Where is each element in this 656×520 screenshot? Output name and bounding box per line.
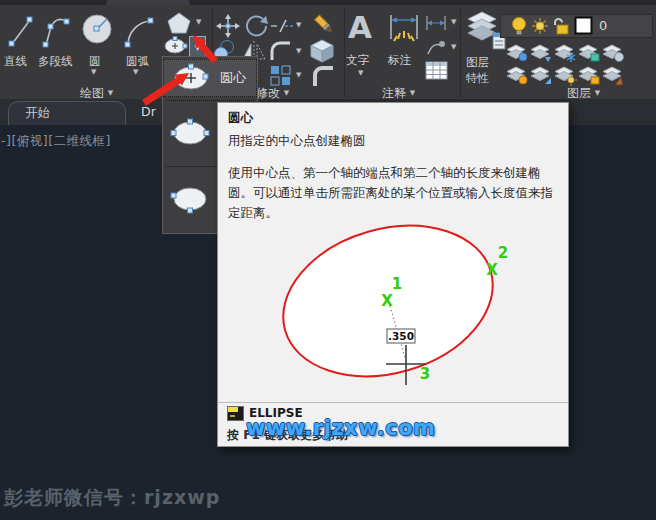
annotate-panel-caret: ▼: [410, 89, 415, 97]
tool-label-circle[interactable]: 圆: [89, 54, 101, 69]
erase-icon[interactable]: [311, 13, 339, 39]
footer-wechat-text: 彭老师微信号：rjzxwp: [4, 485, 220, 511]
drawing-tab[interactable]: Dr: [141, 104, 156, 119]
diagram-ellipse: [265, 202, 510, 399]
circle-dropdown-caret[interactable]: ▼: [91, 68, 96, 76]
linear-dim-icon[interactable]: [425, 15, 447, 31]
menu-item-label: 圆心: [220, 69, 246, 87]
draw-panel-caret: ▼: [108, 89, 113, 97]
layer-color-swatch[interactable]: [574, 16, 593, 35]
layer-props-label-1[interactable]: 图层: [466, 55, 489, 70]
table-icon[interactable]: [425, 61, 449, 81]
arc-dropdown-caret[interactable]: ▼: [133, 68, 138, 76]
modify-panel-caret: ▼: [284, 89, 289, 97]
start-tab[interactable]: 开始: [8, 101, 126, 125]
diagram-rubber-line: [390, 306, 406, 361]
ellipse-tool-icon[interactable]: [162, 36, 189, 57]
polygon-dropdown-caret[interactable]: ▼: [196, 18, 201, 26]
tooltip-title: 圆心: [228, 110, 253, 127]
fillet-dropdown-caret[interactable]: ▼: [296, 47, 301, 55]
dim-tool-label[interactable]: 标注: [388, 53, 411, 68]
layer-thaw-sun-icon[interactable]: [531, 17, 549, 35]
current-layer-name[interactable]: 0: [599, 18, 607, 33]
array-icon[interactable]: [270, 65, 292, 87]
panel-separator: [460, 7, 461, 97]
menu-item-center[interactable]: 圆心: [163, 59, 257, 97]
layer-unlock-icon[interactable]: [551, 16, 571, 36]
point2-x-mark: X: [486, 261, 498, 279]
point3-label: 3: [420, 365, 430, 383]
distance-input-box: [387, 329, 415, 343]
arc-icon[interactable]: [124, 12, 156, 50]
fillet-icon[interactable]: [269, 40, 293, 62]
autocad-window: 直线 多段线 圆 圆弧 ▼ ▼ ▼ ▼ 绘图 ▼: [0, 0, 656, 520]
crosshair-cursor: [386, 345, 426, 385]
presspull-icon[interactable]: [311, 65, 337, 89]
rotate-icon[interactable]: [244, 14, 268, 38]
ellipse-center-tooltip: 圆心 用指定的中心点创建椭圆 使用中心点、第一个轴的端点和第二个轴的长度来创建椭…: [217, 102, 569, 447]
line-icon[interactable]: [7, 13, 35, 51]
ellipse-center-icon: [170, 63, 212, 93]
tool-label-arc[interactable]: 圆弧: [126, 54, 149, 69]
layer-props-label-2[interactable]: 特性: [466, 71, 489, 86]
array-dropdown-caret[interactable]: ▼: [296, 71, 301, 79]
dimension-icon[interactable]: [388, 13, 420, 45]
tooltip-subtitle: 用指定的中心点创建椭圆: [228, 133, 366, 150]
tool-label-line[interactable]: 直线: [4, 54, 27, 69]
layer-on-bulb-icon[interactable]: [511, 16, 528, 36]
watermark: www.rjzxw.com: [246, 416, 435, 440]
linear-dim-caret[interactable]: ▼: [451, 18, 456, 26]
tool-label-polyline[interactable]: 多段线: [38, 54, 73, 69]
explode-icon[interactable]: [309, 38, 335, 64]
move-icon[interactable]: [216, 14, 240, 38]
text-icon[interactable]: A: [348, 9, 372, 45]
tooltip-body: 使用中心点、第一个轴的端点和第二个轴的长度来创建椭圆。可以通过单击所需距离处的某…: [228, 163, 564, 223]
circle-icon[interactable]: [81, 12, 115, 50]
leader-caret[interactable]: ▼: [451, 43, 456, 51]
viewport-controls[interactable]: -][俯视][二维线框]: [1, 133, 111, 150]
trim-icon[interactable]: [270, 18, 294, 34]
ellipse-diagram: .350 X 1 X 2 3: [218, 103, 570, 448]
ribbon: 直线 多段线 圆 圆弧 ▼ ▼ ▼ ▼ 绘图 ▼: [0, 5, 656, 100]
polyline-icon[interactable]: [41, 13, 75, 51]
polygon-icon[interactable]: [166, 11, 192, 35]
text-tool-label[interactable]: 文字: [346, 53, 369, 68]
layer-tools-grid[interactable]: [505, 43, 653, 87]
ellipse-axis-icon: [169, 115, 211, 151]
point1-label: 1: [392, 275, 402, 293]
point1-x-mark: X: [381, 292, 393, 310]
point2-label: 2: [498, 244, 508, 262]
command-icon: [227, 406, 244, 421]
panel-separator: [344, 7, 345, 97]
tooltip-separator: [218, 402, 568, 403]
trim-dropdown-caret[interactable]: ▼: [296, 21, 301, 29]
elliptical-arc-icon: [169, 181, 211, 217]
distance-value: .350: [388, 330, 414, 342]
leader-icon[interactable]: [425, 38, 447, 56]
layers-panel-caret: ▼: [595, 89, 600, 97]
ellipse-dropdown-button[interactable]: ▼: [189, 36, 206, 57]
text-dropdown-caret[interactable]: ▼: [358, 69, 363, 77]
